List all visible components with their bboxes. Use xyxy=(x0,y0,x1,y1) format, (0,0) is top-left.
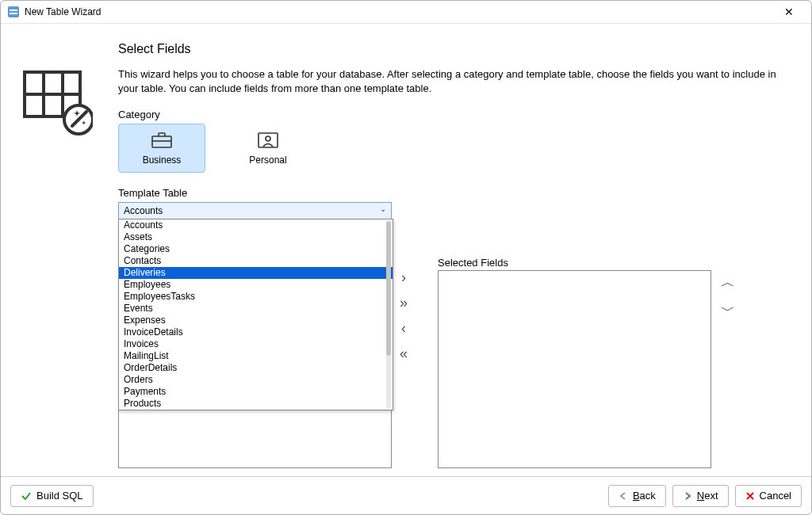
template-option-employeestasks[interactable]: EmployeesTasks xyxy=(119,291,393,303)
template-option-invoicedetails[interactable]: InvoiceDetails xyxy=(119,326,393,338)
page-description: This wizard helps you to choose a table … xyxy=(118,67,792,96)
template-option-contacts[interactable]: Contacts xyxy=(119,255,393,267)
svg-rect-1 xyxy=(10,10,17,11)
move-right-button[interactable]: › xyxy=(401,270,406,284)
template-table-dropdown[interactable]: AccountsAssetsCategoriesContactsDeliveri… xyxy=(118,219,393,410)
move-left-button[interactable]: ‹ xyxy=(401,321,406,335)
check-icon xyxy=(21,490,32,502)
template-table-combo[interactable]: Accounts ⌄ xyxy=(118,202,392,219)
svg-rect-9 xyxy=(152,136,171,147)
field-order-buttons: ︿ ﹀ xyxy=(721,275,735,318)
category-options: Business Personal xyxy=(118,124,792,173)
close-icon xyxy=(745,491,755,501)
template-option-accounts[interactable]: Accounts xyxy=(119,219,393,231)
cancel-button[interactable]: Cancel xyxy=(735,485,802,507)
back-button[interactable]: Back xyxy=(608,485,666,507)
template-option-payments[interactable]: Payments xyxy=(119,386,393,398)
wizard-window: New Table Wizard ✕ Select Fields This wi… xyxy=(0,0,812,515)
template-table-label: Template Table xyxy=(118,187,792,199)
category-personal-label: Personal xyxy=(249,154,286,166)
build-sql-label: Build SQL xyxy=(36,490,83,502)
back-label: Back xyxy=(633,490,656,502)
content-column: Select Fields This wizard helps you to c… xyxy=(118,42,792,219)
svg-rect-2 xyxy=(10,13,17,14)
wizard-footer: Build SQL Back Next Cancel xyxy=(1,476,811,514)
template-option-deliveries[interactable]: Deliveries xyxy=(119,267,393,279)
scrollbar-thumb[interactable] xyxy=(386,221,391,356)
template-option-expenses[interactable]: Expenses xyxy=(119,315,393,326)
window-title: New Table Wizard xyxy=(25,6,101,17)
chevron-down-icon: ⌄ xyxy=(380,204,386,213)
category-business-label: Business xyxy=(143,154,182,166)
briefcase-icon xyxy=(151,132,173,151)
template-option-products[interactable]: Products xyxy=(119,398,393,410)
template-option-orderdetails[interactable]: OrderDetails xyxy=(119,362,393,374)
window-close-button[interactable]: ✕ xyxy=(773,6,805,18)
cancel-label: Cancel xyxy=(760,490,791,502)
template-option-events[interactable]: Events xyxy=(119,303,393,315)
svg-point-12 xyxy=(266,136,270,141)
next-button[interactable]: Next xyxy=(672,485,729,507)
svg-rect-0 xyxy=(8,6,19,17)
template-option-invoices[interactable]: Invoices xyxy=(119,338,393,350)
move-all-right-button[interactable]: » xyxy=(400,296,408,310)
titlebar: New Table Wizard ✕ xyxy=(1,1,811,24)
template-table-value: Accounts xyxy=(124,205,163,216)
move-up-button[interactable]: ︿ xyxy=(721,275,735,289)
page-title: Select Fields xyxy=(118,42,792,56)
category-label: Category xyxy=(118,109,792,120)
arrow-left-icon xyxy=(619,491,628,501)
svg-rect-11 xyxy=(259,133,278,147)
app-icon xyxy=(7,6,20,18)
selected-fields-label: Selected Fields xyxy=(438,257,508,269)
move-all-left-button[interactable]: « xyxy=(400,346,408,360)
template-option-mailinglist[interactable]: MailingList xyxy=(119,350,393,362)
category-personal[interactable]: Personal xyxy=(224,124,312,173)
template-table-area: Accounts ⌄ AccountsAssetsCategoriesConta… xyxy=(118,202,392,219)
wizard-icon xyxy=(23,67,93,139)
field-move-buttons: › » ‹ « xyxy=(400,270,408,360)
build-sql-button[interactable]: Build SQL xyxy=(10,485,94,507)
move-down-button[interactable]: ﹀ xyxy=(721,303,735,318)
template-option-employees[interactable]: Employees xyxy=(119,279,393,291)
selected-fields-list[interactable] xyxy=(438,270,711,468)
template-option-orders[interactable]: Orders xyxy=(119,374,393,386)
next-label: Next xyxy=(697,490,718,502)
category-business[interactable]: Business xyxy=(118,124,205,173)
person-frame-icon xyxy=(257,132,279,151)
template-option-categories[interactable]: Categories xyxy=(119,243,393,255)
template-option-assets[interactable]: Assets xyxy=(119,231,393,243)
arrow-right-icon xyxy=(683,491,692,501)
